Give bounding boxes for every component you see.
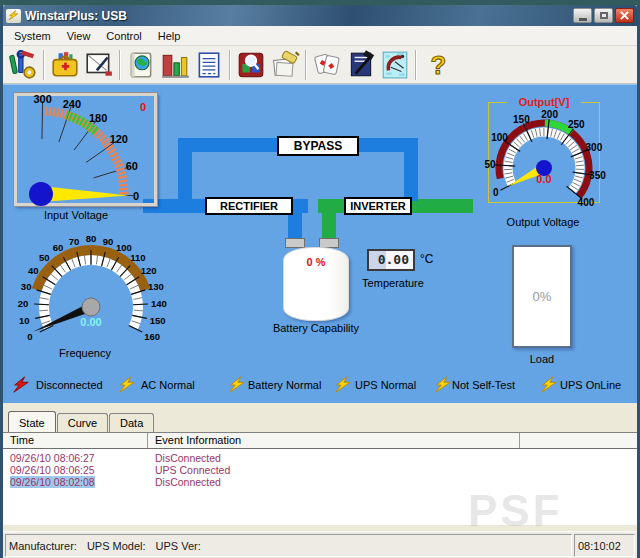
indicator-battery-normal: Battery Normal [248, 379, 321, 391]
menu-view[interactable]: View [60, 28, 98, 44]
indicator-not-self-test: Not Self-Test [452, 379, 515, 391]
menubar: System View Control Help [3, 26, 637, 46]
column-header-time[interactable]: Time [3, 433, 148, 448]
gauge-tick-label: 350 [589, 170, 606, 181]
gauge-tick-label: 50 [485, 159, 497, 170]
gauge-tick-label: 160 [144, 331, 160, 342]
cards-button[interactable] [310, 49, 344, 81]
gauge-tick-label: 60 [126, 160, 138, 172]
book-globe-icon [126, 50, 156, 80]
column-header-event[interactable]: Event Information [148, 433, 520, 448]
gauge-tick-label: 180 [89, 112, 107, 124]
manufacturer-label: Manufacturer: [9, 540, 77, 552]
mimic-panel: BYPASS RECTIFIER INVERTER 06012018024030… [3, 84, 637, 403]
satellite-button[interactable] [378, 49, 412, 81]
satellite-icon [380, 50, 410, 80]
tab-curve[interactable]: Curve [57, 413, 108, 432]
settings-tools-button[interactable] [6, 49, 40, 81]
gauge-tick-label: 60 [53, 242, 64, 253]
gauge-tick [133, 304, 148, 305]
minimize-button[interactable] [573, 8, 592, 23]
gauge-tick-label: 70 [69, 236, 80, 247]
gauge-tick-label: 240 [63, 98, 81, 110]
toolbar-separator [305, 50, 307, 80]
gauge-tick-label: 20 [18, 298, 29, 309]
disconnected-lightning-icon [10, 376, 32, 394]
window-title: WinstarPlus: USB [25, 9, 571, 23]
toolbar-separator [415, 50, 417, 80]
tab-state[interactable]: State [8, 411, 56, 432]
event-table-header: Time Event Information [3, 433, 637, 449]
ups-model-label: UPS Model: [87, 540, 146, 552]
frequency-label: Frequency [30, 347, 140, 359]
close-button[interactable] [615, 8, 634, 23]
maximize-icon [600, 12, 608, 19]
viewer-button[interactable] [234, 49, 268, 81]
gauge-tick-label: 120 [110, 133, 128, 145]
menu-help[interactable]: Help [151, 28, 188, 44]
battery-pipe-blue [288, 213, 302, 239]
event-info: UPS Connected [155, 464, 230, 476]
battery-lightning-icon [226, 376, 248, 394]
input-voltage-value: 0 [140, 101, 146, 113]
gauge-tick-label: 100 [491, 132, 508, 143]
gauge-tick-label: 0 [133, 190, 139, 202]
gauge-tick-label: 150 [150, 315, 166, 326]
online-lightning-icon [538, 376, 560, 394]
table-row-selected[interactable]: 09/26/10 08:02:08 DisConnected [3, 476, 637, 488]
tab-bar: State Curve Data [3, 403, 637, 432]
gauge-tick-label: 130 [148, 281, 164, 292]
toolbar-separator [229, 50, 231, 80]
bypass-label: BYPASS [294, 139, 342, 153]
status-clock-field: 08:10:02 [574, 534, 635, 557]
bypass-pipe-right [404, 138, 418, 201]
gauge-tick-label: 300 [33, 93, 51, 105]
log-notepad-button[interactable] [82, 49, 116, 81]
gauge-needle [41, 186, 129, 202]
tool-document-button[interactable] [344, 49, 378, 81]
toolbox-button[interactable] [48, 49, 82, 81]
battery-terminal-left [285, 238, 305, 248]
gauge-hub [82, 298, 100, 316]
selftest-lightning-icon [432, 376, 454, 394]
tab-data[interactable]: Data [109, 413, 154, 432]
titlebar[interactable]: WinstarPlus: USB [3, 5, 637, 26]
clock-text: 08:10:02 [578, 540, 621, 552]
log-notepad-icon [84, 50, 114, 80]
desktop: WinstarPlus: USB System View Control Hel… [0, 0, 640, 558]
output-voltage-gauge-dial: 050100150200250300350400 [489, 103, 599, 202]
clean-button[interactable] [268, 49, 302, 81]
chart-icon [160, 50, 190, 80]
help-button[interactable]: ? [420, 49, 454, 81]
svg-text:?: ? [431, 50, 447, 78]
inverter-label: INVERTER [350, 200, 406, 212]
inverter-box: INVERTER [344, 197, 412, 215]
ac-lightning-icon [116, 376, 138, 394]
gauge-tick-label: 0 [27, 331, 32, 342]
gauge-tick-label: 90 [103, 236, 114, 247]
tool-document-icon [346, 50, 376, 80]
gauge-tick-label: 50 [39, 252, 50, 263]
table-row[interactable]: 09/26/10 08:06:25 UPS Connected [3, 464, 637, 476]
report-button[interactable] [192, 49, 226, 81]
table-row[interactable]: 09/26/10 08:06:27 DisConnected [3, 452, 637, 464]
output-voltage-gauge: Output[V] 050100150200250300350400 0.0 [488, 102, 600, 203]
output-voltage-value: 0.0 [524, 173, 564, 185]
book-globe-button[interactable] [124, 49, 158, 81]
report-icon [194, 50, 224, 80]
menu-control[interactable]: Control [99, 28, 148, 44]
menu-system[interactable]: System [7, 28, 58, 44]
indicator-ups-normal: UPS Normal [355, 379, 416, 391]
settings-tools-icon [8, 50, 38, 80]
event-info: DisConnected [155, 476, 221, 488]
indicator-disconnected: Disconnected [36, 379, 103, 391]
toolbar-separator [119, 50, 121, 80]
load-value: 0% [533, 289, 552, 304]
ups-lightning-icon [332, 376, 354, 394]
chart-button[interactable] [158, 49, 192, 81]
input-voltage-label: Input Voltage [11, 209, 141, 221]
maximize-button[interactable] [594, 8, 613, 23]
gauge-tick-label: 80 [86, 233, 97, 244]
clean-icon [270, 50, 300, 80]
event-table-body: 09/26/10 08:06:27 DisConnected 09/26/10 … [3, 449, 637, 488]
